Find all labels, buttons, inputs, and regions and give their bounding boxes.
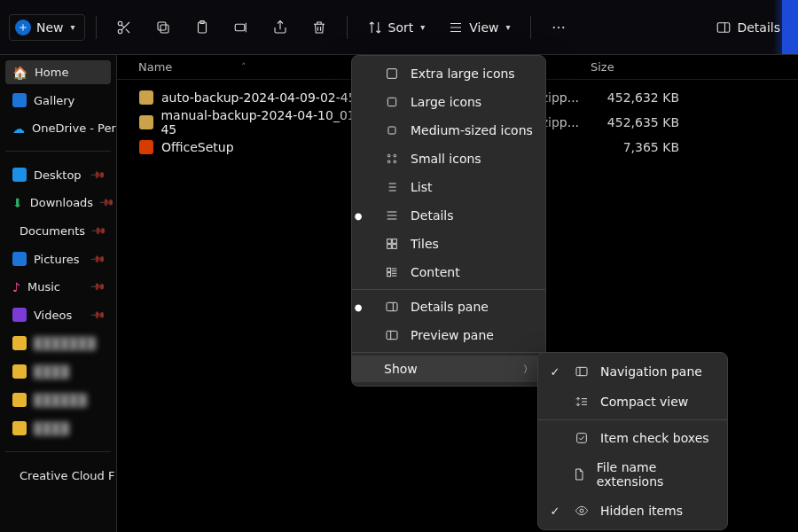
file-size: 7,365 KB: [591, 140, 697, 154]
delete-button[interactable]: [302, 14, 336, 41]
menu-item-small-icons[interactable]: Small icons: [352, 145, 545, 173]
menu-item-list[interactable]: List: [352, 173, 545, 201]
svg-rect-24: [387, 302, 397, 310]
separator: [5, 451, 111, 452]
toolbar: New ▾ Sort ▾ View ▾: [0, 0, 798, 55]
menu-item-medium-icons[interactable]: Medium-sized icons: [352, 116, 545, 145]
details-panel-button[interactable]: Details: [707, 14, 789, 41]
menu-item-extra-large-icons[interactable]: Extra large icons: [352, 59, 545, 88]
plus-icon: [15, 20, 31, 35]
sidebar-item-documents[interactable]: Documents 📌: [5, 218, 111, 243]
menu-item-label: Compact view: [600, 395, 688, 409]
sidebar-item-desktop[interactable]: Desktop 📌: [5, 162, 111, 187]
menu-item-tiles[interactable]: Tiles: [352, 230, 545, 258]
sidebar-item-gallery[interactable]: Gallery: [5, 88, 111, 113]
menu-item-file-name-extensions[interactable]: File name extensions: [538, 453, 727, 496]
menu-item-show[interactable]: Show 〉: [352, 356, 545, 382]
more-button[interactable]: [542, 14, 575, 41]
gallery-icon: [12, 93, 27, 107]
menu-item-large-icons[interactable]: Large icons: [352, 88, 545, 116]
menu-item-content[interactable]: Content: [352, 258, 545, 286]
sidebar-item-pictures[interactable]: Pictures 📌: [5, 246, 111, 271]
selected-bullet-icon: ●: [350, 302, 366, 312]
folder-icon: [12, 393, 27, 407]
rename-button[interactable]: [224, 14, 258, 41]
sidebar-item-blurred[interactable]: ██████: [5, 387, 111, 412]
sidebar-item-label: Music: [27, 280, 60, 293]
chevron-right-icon: 〉: [523, 363, 533, 376]
sort-button[interactable]: Sort ▾: [358, 14, 434, 41]
pin-icon: 📌: [89, 306, 106, 323]
separator: [347, 16, 348, 39]
column-header-name[interactable]: Name ˄: [138, 60, 369, 74]
separator: [352, 352, 545, 353]
file-list-pane: Name ˄ Size auto-backup-2024-04-09-02-45…: [117, 55, 798, 532]
downloads-icon: ⬇: [12, 197, 23, 209]
menu-item-label: Large icons: [411, 95, 481, 109]
sidebar-item-label: OneDrive - Pers: [32, 121, 117, 135]
paste-button[interactable]: [185, 14, 219, 41]
menu-item-label: Item check boxes: [600, 431, 709, 445]
sidebar-item-blurred[interactable]: ███████: [5, 331, 111, 356]
file-icon: [572, 466, 586, 482]
sidebar-item-creative-cloud[interactable]: Creative Cloud F: [5, 463, 111, 488]
folder-icon: [12, 336, 27, 350]
svg-rect-19: [393, 239, 397, 244]
menu-item-navigation-pane[interactable]: ✓ Navigation pane: [538, 356, 727, 387]
copy-button[interactable]: [146, 14, 180, 41]
separator: [538, 419, 727, 420]
cut-button[interactable]: [107, 14, 141, 41]
sidebar-item-blurred[interactable]: ████: [5, 416, 111, 441]
menu-item-item-check-boxes[interactable]: Item check boxes: [538, 423, 727, 453]
scissors-icon: [116, 20, 132, 35]
chevron-down-icon: ▾: [420, 22, 425, 32]
sidebar-item-label: ████: [34, 422, 69, 435]
sort-icon: [367, 20, 383, 35]
view-icon: [448, 20, 464, 35]
sidebar-item-downloads[interactable]: ⬇ Downloads 📌: [5, 191, 111, 215]
preview-pane-icon: [384, 327, 400, 343]
check-icon: ✓: [547, 365, 563, 379]
trash-icon: [311, 20, 327, 35]
chevron-down-icon: ▾: [506, 22, 511, 32]
svg-rect-23: [387, 273, 391, 277]
sidebar-item-label: Home: [35, 66, 68, 79]
eye-icon: [574, 503, 590, 519]
svg-rect-26: [576, 367, 587, 375]
column-header-label: Size: [591, 60, 614, 74]
sidebar-item-home[interactable]: 🏠 Home: [5, 60, 111, 84]
compact-view-icon: [574, 394, 590, 410]
new-button[interactable]: New ▾: [9, 14, 85, 41]
menu-item-preview-pane[interactable]: Preview pane: [352, 321, 545, 349]
details-icon: [384, 207, 400, 223]
copy-icon: [155, 20, 171, 35]
sidebar-item-onedrive[interactable]: ☁ OneDrive - Pers: [5, 116, 111, 140]
svg-rect-18: [387, 239, 392, 244]
svg-point-7: [552, 26, 554, 27]
folder-icon: [12, 364, 27, 379]
file-size: 452,632 KB: [591, 90, 697, 105]
column-header-size[interactable]: Size: [591, 60, 697, 74]
sidebar-item-blurred[interactable]: ████: [5, 359, 111, 384]
menu-item-compact-view[interactable]: Compact view: [538, 387, 727, 417]
sidebar-item-label: Downloads: [30, 196, 93, 209]
sort-ascending-icon: ˄: [241, 62, 246, 72]
new-button-label: New: [36, 20, 64, 35]
folder-icon: [138, 114, 153, 130]
menu-item-details-pane[interactable]: ● Details pane: [352, 293, 545, 321]
grid-medium-icon: [384, 122, 400, 138]
navigation-pane: 🏠 Home Gallery ☁ OneDrive - Pers Desktop…: [0, 55, 117, 532]
menu-item-hidden-items[interactable]: ✓ Hidden items: [538, 496, 727, 526]
file-size: 452,635 KB: [591, 115, 697, 129]
menu-item-details[interactable]: ● Details: [352, 201, 545, 230]
pin-icon: 📌: [89, 278, 106, 295]
main-area: 🏠 Home Gallery ☁ OneDrive - Pers Desktop…: [0, 55, 798, 532]
share-button[interactable]: [263, 14, 297, 41]
view-button[interactable]: View ▾: [439, 14, 519, 41]
sidebar-item-label: Gallery: [34, 94, 74, 107]
svg-rect-20: [387, 245, 392, 249]
svg-rect-10: [718, 22, 731, 32]
details-pane-icon: [716, 20, 732, 35]
sidebar-item-videos[interactable]: Videos 📌: [5, 302, 111, 327]
sidebar-item-music[interactable]: ♪ Music 📌: [5, 275, 111, 299]
